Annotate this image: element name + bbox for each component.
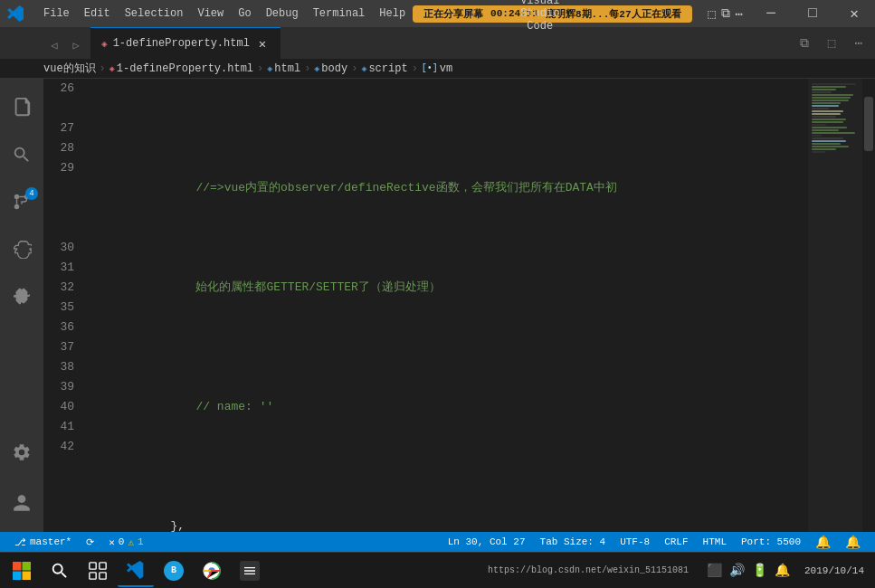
taskbar-date: 2019/10/14 (804, 565, 864, 576)
app-icon-area (0, 5, 36, 22)
status-cursor-pos[interactable]: Ln 30, Col 27 (441, 532, 533, 552)
activity-extensions[interactable] (0, 274, 43, 318)
editor-tab[interactable]: ◈ 1-defineProperty.html ✕ (90, 27, 281, 59)
minimap (808, 79, 862, 532)
vscode-taskbar-button[interactable] (118, 555, 154, 587)
code-line-28: }, (89, 497, 808, 532)
menu-selection[interactable]: Selection (118, 0, 191, 27)
history-forward[interactable]: ▷ (65, 32, 87, 59)
window-title: Visual Studio Code (511, 0, 569, 33)
chrome-taskbar-button[interactable] (194, 555, 230, 587)
status-line-ending[interactable]: CRLF (657, 532, 695, 552)
error-icon: ✕ (109, 536, 115, 548)
maximize-button[interactable]: □ (792, 0, 833, 27)
taskbar-url: https://blog.csdn.net/weixin_51151081 (488, 565, 689, 575)
svg-rect-5 (13, 571, 22, 580)
git-branch-label: master* (30, 536, 71, 547)
menu-terminal[interactable]: Terminal (306, 0, 373, 27)
menu-view[interactable]: View (190, 0, 231, 27)
minimize-button[interactable]: ─ (750, 0, 792, 27)
menu-help[interactable]: Help (372, 0, 413, 27)
activity-explorer[interactable] (0, 86, 43, 129)
svg-rect-8 (100, 562, 106, 568)
activity-search[interactable] (0, 133, 43, 176)
svg-point-1 (14, 194, 20, 200)
vscode-icon (7, 5, 24, 22)
code-line-26b: 始化的属性都GETTER/SETTER了（递归处理） (89, 258, 808, 318)
status-bell[interactable]: 🔔 (808, 532, 838, 552)
blue-app-button[interactable]: B (156, 555, 192, 587)
breadcrumb-item-body[interactable]: ◈ body (314, 62, 347, 75)
history-back[interactable]: ◁ (43, 32, 65, 59)
editor-layout-button[interactable]: ⬚ (819, 31, 844, 56)
menu-bar[interactable]: File Edit Selection View Go Debug Termin… (36, 0, 413, 27)
warning-count: 1 (138, 536, 144, 547)
vm-icon: [•] (422, 63, 438, 73)
tab-close-button[interactable]: ✕ (255, 36, 270, 51)
status-tab-size[interactable]: Tab Size: 4 (533, 532, 613, 552)
svg-rect-4 (23, 562, 32, 571)
svg-rect-10 (100, 572, 106, 578)
main-content: 4 26 27 28 29 30 31 32 (0, 79, 875, 532)
activity-debug[interactable] (0, 227, 43, 270)
breadcrumb-item-html[interactable]: ◈ html (267, 62, 300, 75)
menu-debug[interactable]: Debug (259, 0, 306, 27)
status-encoding[interactable]: UTF-8 (613, 532, 657, 552)
taskbar: B https://blog.csdn.net/weixin_51151081 … (0, 552, 875, 588)
svg-rect-3 (13, 562, 22, 571)
menu-edit[interactable]: Edit (77, 0, 118, 27)
tray-network[interactable]: ⬛ (707, 563, 722, 578)
status-notification[interactable]: 🔔 (838, 532, 868, 552)
error-count: 0 (119, 536, 125, 547)
code-line-27: // name: '' (89, 377, 808, 437)
status-git-branch[interactable]: ⎇ master* (7, 532, 79, 552)
split-editor-button[interactable]: ⧉ (792, 31, 817, 56)
start-button[interactable] (4, 555, 40, 587)
toolbar-icon-2[interactable]: ⧉ (721, 6, 730, 21)
activity-settings[interactable] (0, 431, 43, 474)
breadcrumb-sep-3: › (304, 62, 310, 75)
activity-bar: 4 (0, 79, 43, 532)
scrollbar[interactable] (862, 79, 875, 532)
breadcrumb-sep-2: › (257, 62, 263, 75)
close-button[interactable]: ✕ (833, 0, 875, 27)
more-actions-button[interactable]: ⋯ (846, 31, 871, 56)
status-port[interactable]: Port: 5500 (734, 532, 808, 552)
tray-volume[interactable]: 🔊 (729, 563, 745, 578)
breadcrumb-item-vm[interactable]: [•] vm (422, 62, 452, 75)
line-numbers: 26 27 28 29 30 31 32 35 36 37 38 39 40 4… (43, 79, 85, 532)
code-content[interactable]: //=>vue内置的observer/defineRective函数，会帮我们把… (85, 79, 808, 532)
status-errors[interactable]: ✕ 0 ⚠ 1 (101, 532, 150, 552)
script-icon: ◈ (361, 63, 366, 74)
code-line-26: //=>vue内置的observer/defineRective函数，会帮我们把… (89, 158, 808, 218)
menu-go[interactable]: Go (231, 0, 258, 27)
taskview-button[interactable] (80, 555, 116, 587)
breadcrumb-sep-1: › (100, 62, 106, 75)
breadcrumb-item-root[interactable]: vue的知识 (43, 61, 96, 76)
git-branch-icon: ⎇ (14, 536, 26, 548)
status-sync[interactable]: ⟳ (79, 532, 101, 552)
window-controls[interactable]: ─ □ ✕ (750, 0, 875, 27)
editor-area[interactable]: 26 27 28 29 30 31 32 35 36 37 38 39 40 4… (43, 79, 875, 532)
breadcrumb: vue的知识 › ◈ 1-defineProperty.html › ◈ htm… (0, 59, 875, 79)
html-icon: ◈ (267, 63, 272, 74)
breadcrumb-item-script[interactable]: ◈ script (361, 62, 407, 75)
tray-battery[interactable]: 🔋 (752, 563, 767, 578)
activity-account[interactable] (0, 481, 43, 525)
svg-rect-6 (23, 571, 32, 580)
search-taskbar-button[interactable] (42, 555, 78, 587)
scrollbar-thumb[interactable] (864, 97, 873, 151)
breadcrumb-sep-5: › (412, 62, 418, 75)
status-right: Ln 30, Col 27 Tab Size: 4 UTF-8 CRLF HTM… (441, 532, 868, 552)
tray-notification[interactable]: 🔔 (775, 563, 790, 578)
activity-git[interactable]: 4 (0, 180, 43, 223)
status-language[interactable]: HTML (696, 532, 734, 552)
toolbar-icon-3[interactable]: ⋯ (736, 6, 743, 22)
body-icon: ◈ (314, 63, 319, 74)
share-label: 正在分享屏幕 (423, 7, 483, 21)
breadcrumb-item-file[interactable]: ◈ 1-defineProperty.html (109, 62, 253, 75)
black-app-button[interactable] (232, 555, 268, 587)
svg-rect-9 (90, 572, 96, 578)
menu-file[interactable]: File (36, 0, 77, 27)
toolbar-icon-1[interactable]: ⬚ (708, 6, 715, 22)
